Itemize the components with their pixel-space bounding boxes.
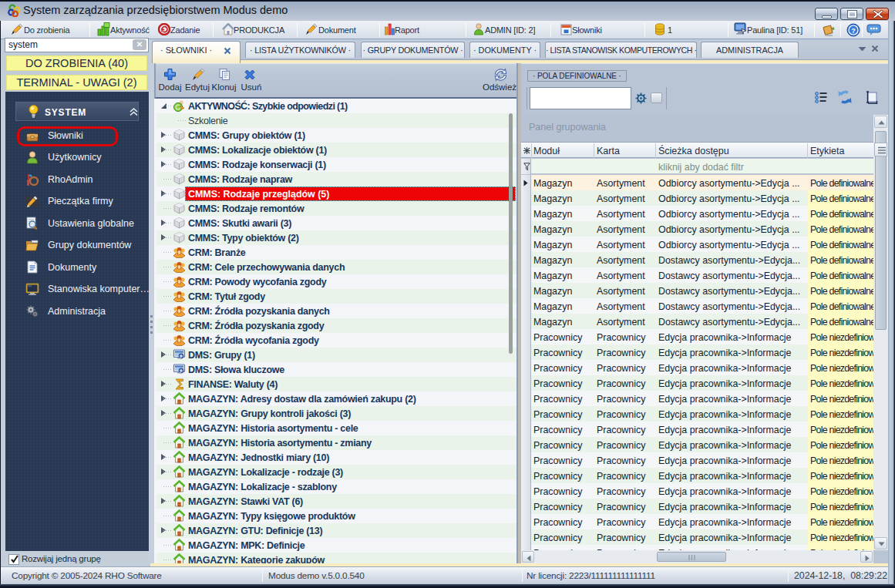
svg-text:?: ? — [851, 27, 856, 35]
